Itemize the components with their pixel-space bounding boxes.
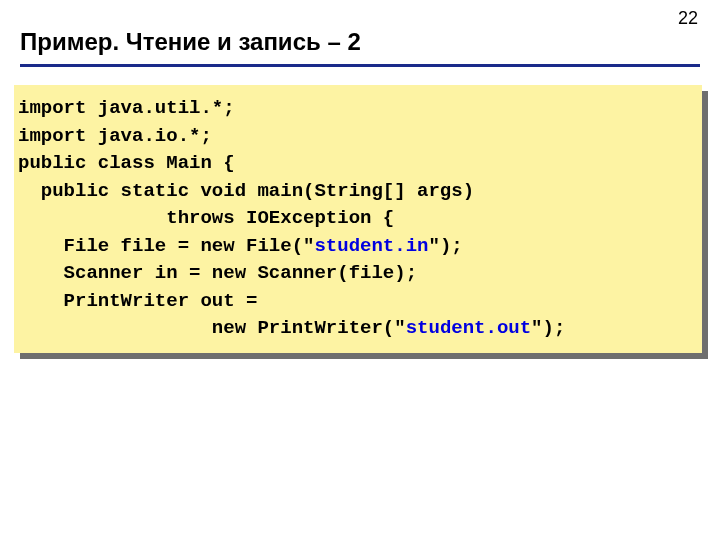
code-line: Scanner in = new Scanner(file); bbox=[18, 262, 417, 284]
code-line: new PrintWriter(" bbox=[18, 317, 406, 339]
title-rule bbox=[20, 64, 700, 67]
code-line: public class Main { bbox=[18, 152, 235, 174]
code-line: import java.io.*; bbox=[18, 125, 212, 147]
code-line: "); bbox=[531, 317, 565, 339]
slide-title: Пример. Чтение и запись – 2 bbox=[20, 28, 700, 62]
code-line: import java.util.*; bbox=[18, 97, 235, 119]
code-block: import java.util.*; import java.io.*; pu… bbox=[14, 85, 702, 353]
code-line: throws IOException { bbox=[18, 207, 394, 229]
code-string: student.in bbox=[314, 235, 428, 257]
code-line: public static void main(String[] args) bbox=[18, 180, 474, 202]
title-area: Пример. Чтение и запись – 2 bbox=[0, 0, 720, 67]
code-line: PrintWriter out = bbox=[18, 290, 257, 312]
page-number: 22 bbox=[678, 8, 698, 29]
code-block-container: import java.util.*; import java.io.*; pu… bbox=[14, 85, 702, 353]
code-string: student.out bbox=[406, 317, 531, 339]
code-line: File file = new File(" bbox=[18, 235, 314, 257]
code-line: "); bbox=[428, 235, 462, 257]
